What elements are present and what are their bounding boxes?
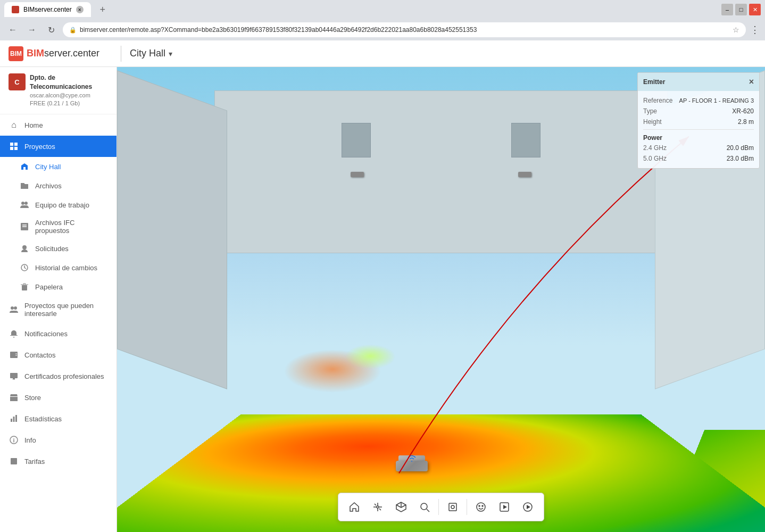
svg-line-28 xyxy=(375,504,376,505)
sidebar-item-equipo[interactable]: Equipo de trabajo xyxy=(0,195,117,214)
toolbar-home-button[interactable] xyxy=(344,496,365,518)
browser-addressbar: ← → ↻ 🔒 bimserver.center/remote.asp?XCom… xyxy=(0,19,765,40)
sidebar-label-certificados: Certificados profesionales xyxy=(24,372,104,380)
wall-device-left xyxy=(351,172,364,177)
height-value: 2.8 m xyxy=(738,118,754,126)
notificaciones-icon xyxy=(9,328,19,339)
emitter-reference-row: Reference AP - FLOOR 1 - READING 3 xyxy=(643,95,754,106)
city-hall-icon xyxy=(19,161,30,172)
sidebar-label-home: Home xyxy=(24,121,43,129)
freq1-value: 20.0 dBm xyxy=(727,144,754,152)
sidebar-label-archivos: Archivos xyxy=(35,182,62,190)
sidebar-label-proyectos: Proyectos xyxy=(24,143,55,151)
svg-point-33 xyxy=(421,503,427,510)
project-title-button[interactable]: City Hall ▾ xyxy=(130,48,172,59)
viewport-3d[interactable]: Emitter × Reference AP - FLOOR 1 - READI… xyxy=(117,67,765,532)
tab-favicon xyxy=(12,6,19,13)
svg-point-23 xyxy=(377,506,379,508)
toolbar-search-button[interactable] xyxy=(414,496,435,518)
sidebar-item-certificados[interactable]: Certificados profesionales xyxy=(0,365,117,387)
svg-point-39 xyxy=(482,505,483,506)
sidebar-item-solicitudes[interactable]: Solicitudes xyxy=(0,239,117,258)
historial-icon xyxy=(19,262,30,273)
browser-menu-button[interactable]: ⋮ xyxy=(750,24,760,36)
power-section-label: Power xyxy=(643,132,754,143)
svg-rect-19 xyxy=(13,417,15,422)
sidebar-user: C Dpto. deTelecomunicaciones oscar.alcon… xyxy=(0,67,117,114)
bookmark-icon[interactable]: ☆ xyxy=(733,26,739,34)
certificados-icon xyxy=(9,371,19,381)
bim-logo: BIM BIMserver.center xyxy=(9,46,99,61)
contactos-icon xyxy=(9,350,19,360)
browser-tab[interactable]: BIMserver.center × xyxy=(4,2,91,17)
emitter-close-button[interactable]: × xyxy=(749,77,754,87)
user-info: Dpto. deTelecomunicaciones oscar.alcon@c… xyxy=(30,73,92,107)
sidebar-item-proyectos[interactable]: Proyectos xyxy=(0,136,117,157)
toolbar-play-circle-button[interactable] xyxy=(517,496,538,518)
address-bar[interactable]: 🔒 bimserver.center/remote.asp?XCommand=b… xyxy=(63,22,746,37)
svg-point-36 xyxy=(451,505,454,509)
emitter-divider xyxy=(643,129,754,130)
equipo-icon xyxy=(19,200,30,210)
sidebar-item-tarifas[interactable]: Tarifas xyxy=(0,451,117,472)
sidebar-item-archivos[interactable]: Archivos xyxy=(0,176,117,195)
sidebar-item-estadisticas[interactable]: Estadísticas xyxy=(0,408,117,429)
toolbar-object-button[interactable] xyxy=(442,496,463,518)
solicitudes-icon xyxy=(19,243,30,254)
reload-button[interactable]: ↻ xyxy=(44,22,59,37)
sidebar-item-city-hall[interactable]: City Hall xyxy=(0,157,117,176)
chevron-down-icon: ▾ xyxy=(169,49,172,58)
type-value: XR-620 xyxy=(732,107,754,115)
new-tab-button[interactable]: + xyxy=(95,2,110,17)
sidebar-item-home[interactable]: Home xyxy=(0,114,117,136)
maximize-button[interactable]: □ xyxy=(735,4,747,15)
emitter-height-row: Height 2.8 m xyxy=(643,117,754,127)
toolbar-perspective-button[interactable] xyxy=(367,496,388,518)
forward-button[interactable]: → xyxy=(24,22,39,37)
url-text: bimserver.center/remote.asp?XCommand=bbe… xyxy=(80,26,477,34)
toolbar-play-button[interactable] xyxy=(494,496,515,518)
wall-device-right xyxy=(518,172,531,177)
project-name: City Hall xyxy=(130,48,165,59)
close-button[interactable]: ✕ xyxy=(749,4,761,15)
user-email: oscar.alcon@cype.com xyxy=(30,92,92,99)
sidebar-label-store: Store xyxy=(24,394,41,402)
sidebar-label-info: Info xyxy=(24,436,36,444)
back-button[interactable]: ← xyxy=(5,22,20,37)
back-wall xyxy=(214,90,668,253)
door-right xyxy=(511,123,541,157)
sidebar-item-ifc[interactable]: Archivos IFC propuestos xyxy=(0,214,117,239)
minimize-button[interactable]: – xyxy=(721,4,733,15)
freq1-label: 2.4 GHz xyxy=(643,144,667,152)
app-header: BIM BIMserver.center City Hall ▾ xyxy=(0,40,765,67)
svg-line-34 xyxy=(427,509,429,512)
store-icon xyxy=(9,392,19,403)
sidebar-label-papelera: Papelera xyxy=(35,283,63,291)
sidebar-item-store[interactable]: Store xyxy=(0,387,117,408)
info-icon xyxy=(9,435,19,445)
sidebar-item-papelera[interactable]: Papelera xyxy=(0,277,117,296)
sidebar-item-contactos[interactable]: Contactos xyxy=(0,344,117,365)
estadisticas-icon xyxy=(9,413,19,424)
svg-marker-41 xyxy=(503,505,507,509)
svg-rect-20 xyxy=(15,415,17,422)
archivos-icon xyxy=(19,180,30,191)
sidebar-item-proyectos-sugeridos[interactable]: Proyectos que pueden interesarle xyxy=(0,296,117,323)
reference-label: Reference xyxy=(643,97,672,104)
tab-close-button[interactable]: × xyxy=(76,6,84,13)
sidebar-item-notificaciones[interactable]: Notificaciones xyxy=(0,323,117,344)
svg-marker-43 xyxy=(527,505,530,509)
toolbar-3dbox-button[interactable] xyxy=(390,496,412,518)
sugeridos-icon xyxy=(9,304,19,315)
ap-device[interactable] xyxy=(396,450,428,471)
tab-label: BIMserver.center xyxy=(23,6,72,13)
toolbar-face-button[interactable] xyxy=(470,496,492,518)
left-wall xyxy=(117,70,227,389)
bim-logo-text: BIMserver.center xyxy=(27,48,99,59)
toolbar-separator-1 xyxy=(438,499,439,515)
svg-point-37 xyxy=(477,503,485,511)
emitter-panel-body: Reference AP - FLOOR 1 - READING 3 Type … xyxy=(638,91,759,168)
sidebar-item-historial[interactable]: Historial de cambios xyxy=(0,258,117,277)
svg-point-15 xyxy=(12,353,14,355)
sidebar-item-info[interactable]: Info xyxy=(0,429,117,451)
